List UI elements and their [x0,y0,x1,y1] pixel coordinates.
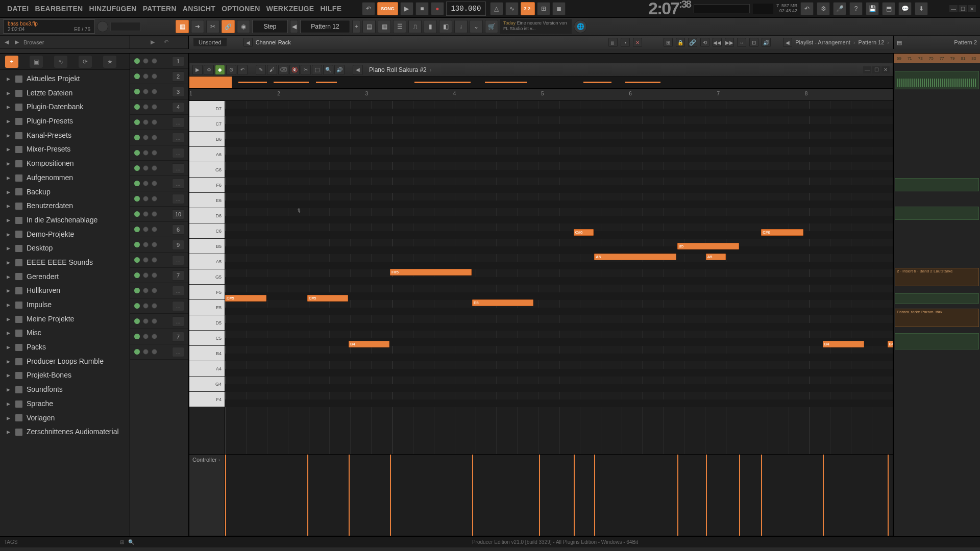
cr-step-icon[interactable]: ▪ [621,38,630,47]
expand-icon[interactable]: ▸ [5,398,11,410]
channel-mute-led[interactable] [134,242,140,247]
channel-row[interactable]: ... [130,130,188,145]
browser-collapse-button[interactable]: ▣ [30,56,43,68]
window-maximize[interactable] [959,5,967,12]
menu-file[interactable]: DATEI [4,5,32,13]
velocity-bar[interactable] [761,455,762,536]
tree-item[interactable]: ▸Misc [0,326,130,340]
feedback-button[interactable]: 💬 [898,2,912,15]
channel-vol-knob[interactable] [152,196,157,202]
pr-tools-icon[interactable] [204,65,214,75]
metronome-button[interactable] [490,2,503,15]
browser-audio-button[interactable] [54,56,67,68]
channel-mute-led[interactable] [134,303,140,309]
tree-item[interactable]: ▸Hüllkurven [0,284,130,298]
browser-refresh-button[interactable]: ⟳ [79,56,92,68]
channel-row[interactable]: ... [130,298,188,314]
channel-vol-knob[interactable] [152,119,157,125]
channel-number[interactable]: ... [172,347,184,357]
tree-item[interactable]: ▸Plugin-Datenbank [0,100,130,114]
channel-vol-knob[interactable] [152,89,157,94]
channel-number[interactable]: 7 [172,332,184,342]
playlist-clip[interactable]: 2 · Insert 6 · Band 2 Lautstärke [895,268,979,286]
view-channelrack-button[interactable]: ☰ [393,20,406,33]
playlist-clip[interactable] [895,178,979,191]
channel-pan-knob[interactable] [143,89,149,94]
tree-item[interactable]: ▸Sprache [0,397,130,411]
velocity-bar[interactable] [574,455,575,536]
tree-item[interactable]: ▸Backup [0,185,130,199]
channel-row[interactable]: 10 [130,207,188,222]
channel-pan-knob[interactable] [143,135,149,140]
channel-mute-led[interactable] [134,165,140,171]
undo-history-button[interactable] [800,2,814,15]
expand-icon[interactable]: ▸ [5,384,11,395]
channel-vol-knob[interactable] [152,73,157,79]
menu-edit[interactable]: BEARBEITEN [32,5,86,13]
channel-mute-led[interactable] [134,104,140,110]
velocity-bar[interactable] [823,455,824,536]
expand-icon[interactable]: ▸ [5,314,11,325]
tree-item[interactable]: ▸Letzte Dateien [0,86,130,101]
playlist-clip[interactable] [895,71,979,89]
channel-vol-knob[interactable] [152,135,157,140]
channel-pan-knob[interactable] [143,150,149,156]
pianoroll-ruler[interactable]: 12345678 [189,89,893,101]
expand-icon[interactable]: ▸ [5,88,11,99]
pr-menu-icon[interactable] [192,65,203,75]
tags-filter-icon[interactable] [120,539,124,545]
link-button[interactable] [222,20,235,33]
velocity-bar[interactable] [706,455,707,536]
pl-snap-icon[interactable] [664,38,673,47]
main-pitch-slider[interactable] [110,22,141,31]
pattern-prev[interactable] [290,20,298,33]
channel-pan-knob[interactable] [143,211,149,217]
channel-row[interactable]: 2 [130,69,188,84]
tree-item[interactable]: ▸Meine Projekte [0,312,130,327]
channel-row[interactable]: ... [130,176,188,191]
loop-icon[interactable] [362,2,375,15]
pl-link-icon[interactable] [688,38,697,47]
midi-note[interactable]: C#5 [307,295,348,302]
midi-note[interactable]: C#5 [225,295,266,302]
tree-item[interactable]: ▸Plugin-Presets [0,114,130,129]
channel-row[interactable]: ... [130,314,188,329]
expand-icon[interactable]: ▸ [5,299,11,311]
midi-note[interactable]: E5 [472,299,533,306]
piano-key[interactable]: C5 [189,331,225,346]
channel-vol-knob[interactable] [152,58,157,64]
channel-pan-knob[interactable] [143,58,149,64]
channel-row[interactable]: 3 [130,84,188,99]
snap-selector[interactable]: Step [252,20,288,33]
news-globe-icon[interactable]: 🌐 [574,20,587,33]
channel-row[interactable]: ... [130,344,188,360]
browser-back-icon[interactable] [3,39,10,46]
pl-lock-icon[interactable]: 🔒 [676,38,685,47]
channel-mute-led[interactable] [134,58,140,64]
channel-vol-knob[interactable] [152,181,157,186]
expand-icon[interactable]: ▸ [5,328,11,339]
browser-fwd-icon[interactable] [13,39,20,46]
tempo-display[interactable]: 130.000 [446,2,486,16]
expand-icon[interactable]: ▸ [5,243,11,254]
overview-selection[interactable] [189,77,232,88]
news-panel[interactable]: Today Eine neuere Version von FL Studio … [500,19,572,34]
tree-item[interactable]: ▸Projekt-Bones [0,368,130,383]
velocity-bar[interactable] [677,455,678,536]
channel-pan-knob[interactable] [143,242,149,247]
channel-row[interactable]: 6 [130,222,188,237]
step-edit-button[interactable] [537,2,550,15]
piano-key[interactable]: B4 [189,346,225,361]
channel-pan-knob[interactable] [143,318,149,324]
countdown-button[interactable]: 3·2· [521,2,535,15]
tags-search-icon[interactable] [128,539,134,545]
send-mode-button[interactable]: ➜ [191,20,204,33]
channel-number[interactable]: ... [172,301,184,311]
channel-row[interactable]: 4 [130,99,188,115]
expand-icon[interactable]: ▸ [5,413,11,424]
piano-key[interactable]: F4 [189,392,225,407]
piano-key[interactable]: E5 [189,300,225,315]
channel-mute-led[interactable] [134,119,140,125]
channel-number[interactable]: ... [172,316,184,327]
channel-row[interactable]: ... [130,161,188,176]
